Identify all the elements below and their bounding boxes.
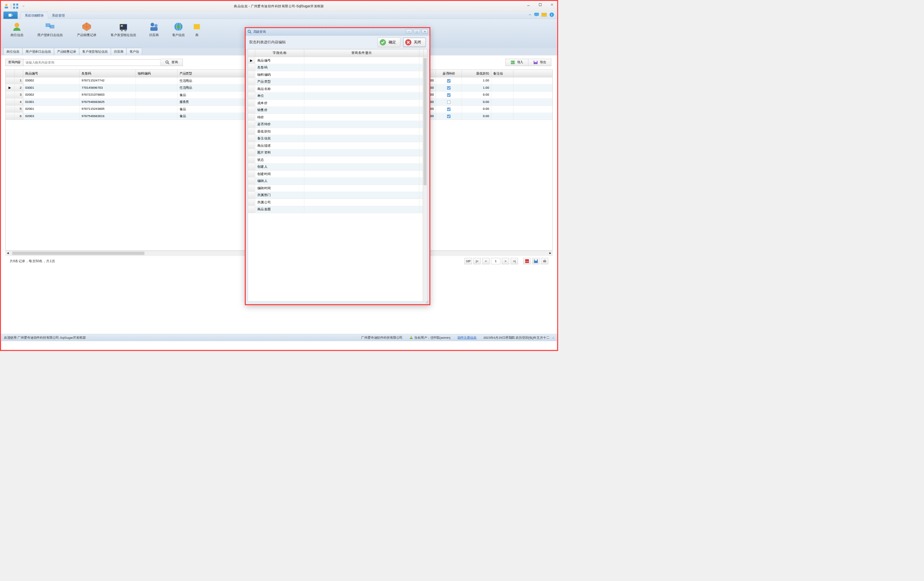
svg-point-11 xyxy=(536,14,537,14)
export-button[interactable]: 导出 xyxy=(528,59,551,66)
ribbon-tab-system-manage[interactable]: 系统管理 xyxy=(48,12,68,19)
doc-tab[interactable]: 岗位信息 xyxy=(3,48,22,55)
import-button[interactable]: XLS 导入 xyxy=(505,59,528,66)
ribbon-mail-icon[interactable] xyxy=(541,13,547,17)
svg-rect-23 xyxy=(121,25,123,27)
pager-print-button[interactable] xyxy=(541,258,548,265)
ribbon-item-login-log[interactable]: 用户登录日志信息 xyxy=(30,21,70,43)
checkbox[interactable] xyxy=(447,107,451,111)
qat-app-icon[interactable] xyxy=(3,2,10,9)
close-button[interactable] xyxy=(548,2,556,7)
ribbon-item-label: 产品销售记录 xyxy=(77,33,96,37)
search-input[interactable] xyxy=(24,59,160,66)
dialog-minimize-button[interactable]: — xyxy=(406,29,412,34)
dialog-col-cond[interactable]: 查询条件显示 xyxy=(304,49,419,57)
col-header[interactable]: 是否特价 xyxy=(436,70,462,77)
dialog-field-row[interactable]: 商品名称 xyxy=(248,85,427,93)
svg-text:i: i xyxy=(551,13,552,17)
file-menu-button[interactable] xyxy=(3,11,17,19)
dialog-field-row[interactable]: 成本价 xyxy=(248,100,427,107)
pager-save-button[interactable] xyxy=(532,258,539,265)
doc-tab[interactable]: 客户发货地址信息 xyxy=(79,48,111,55)
dialog-field-row[interactable]: 创建时间 xyxy=(248,171,427,178)
dialog-field-row[interactable]: 商品首图 xyxy=(248,206,427,214)
dialog-field-row[interactable]: 所属部门 xyxy=(248,192,427,199)
checkbox[interactable] xyxy=(447,115,451,118)
svg-rect-40 xyxy=(543,261,546,262)
svg-line-48 xyxy=(250,32,251,33)
ribbon-collapse-icon[interactable] xyxy=(528,13,531,17)
dialog-field-row[interactable]: 创建人 xyxy=(248,163,427,171)
dialog-field-row[interactable]: 编辑时间 xyxy=(248,185,427,192)
dialog-field-row[interactable]: 条形码 xyxy=(248,64,427,71)
dialog-titlebar[interactable]: 高级查询 — ▢ ✕ xyxy=(246,28,429,35)
scroll-thumb[interactable] xyxy=(424,58,427,185)
dialog-close-button[interactable]: 关闭 xyxy=(403,37,426,47)
checkbox[interactable] xyxy=(447,93,451,96)
scroll-right-icon[interactable]: ► xyxy=(549,251,552,254)
dialog-resize-grip[interactable] xyxy=(426,300,429,303)
qat-layout-icon[interactable] xyxy=(12,2,19,9)
dialog-ok-button[interactable]: 确定 xyxy=(377,37,400,47)
dialog-field-row[interactable]: 备注信息 xyxy=(248,135,427,142)
search-button[interactable]: 查询 xyxy=(160,59,183,66)
pager-first-button[interactable]: |< xyxy=(473,258,481,265)
doc-tab[interactable]: 用户登录日志信息 xyxy=(22,48,54,55)
dialog-field-row[interactable]: 是否特价 xyxy=(248,121,427,128)
dialog-col-field[interactable]: 字段名称 xyxy=(255,49,304,57)
checkbox[interactable] xyxy=(447,86,451,90)
scroll-left-icon[interactable]: ◄ xyxy=(6,251,9,254)
col-header[interactable]: 商品编号 xyxy=(23,70,79,77)
pager-page-input[interactable] xyxy=(491,258,500,265)
status-resize-grip[interactable] xyxy=(551,335,554,340)
checkbox[interactable] xyxy=(447,100,451,104)
col-header[interactable]: 最低折扣 xyxy=(462,70,491,77)
dialog-field-row[interactable]: 图片资料 xyxy=(248,149,427,156)
pager-next-button[interactable]: > xyxy=(502,258,509,265)
qat-dropdown-icon[interactable] xyxy=(20,2,27,9)
col-header[interactable]: 物料编码 xyxy=(136,70,178,77)
dialog-field-row[interactable]: 单位 xyxy=(248,92,427,100)
dialog-field-row[interactable]: 编辑人 xyxy=(248,178,427,185)
ribbon-item-ship-addr[interactable]: 客户发货地址信息 xyxy=(104,21,143,43)
ribbon-item-post-info[interactable]: 岗位信息 xyxy=(3,21,30,43)
dialog-close-label: 关闭 xyxy=(414,40,421,44)
dialog-maximize-button[interactable]: ▢ xyxy=(414,29,420,34)
pager-last-button[interactable]: >| xyxy=(511,258,518,265)
dialog-field-row[interactable]: 特价 xyxy=(248,114,427,121)
dialog-field-row[interactable]: 销售价 xyxy=(248,107,427,114)
dialog-field-row[interactable]: 物料编码 xyxy=(248,71,427,79)
doc-tab[interactable]: 供应商 xyxy=(111,48,126,55)
dialog-field-row[interactable]: 最低折扣 xyxy=(248,128,427,135)
pager-prev-button[interactable]: < xyxy=(482,258,490,265)
svg-point-51 xyxy=(428,303,428,303)
svg-point-47 xyxy=(248,30,250,32)
ribbon-chat-icon[interactable] xyxy=(534,13,539,18)
checkbox[interactable] xyxy=(447,79,451,82)
ribbon-tab-system-modules[interactable]: 系统功能模块 xyxy=(21,12,48,19)
scroll-thumb[interactable] xyxy=(12,252,144,255)
dialog-field-row[interactable]: 所属公司 xyxy=(248,199,427,206)
svg-line-31 xyxy=(168,63,169,64)
ribbon-item-sales-record[interactable]: 产品销售记录 xyxy=(70,21,104,43)
minimize-button[interactable] xyxy=(525,2,532,7)
ribbon-item-customer[interactable]: 客户信息 xyxy=(165,21,192,43)
doc-tab[interactable]: 产品销售记录 xyxy=(54,48,79,55)
ribbon-item-product-truncated[interactable]: 商 xyxy=(192,21,202,43)
col-header[interactable]: 备注信 xyxy=(491,70,513,77)
maximize-button[interactable] xyxy=(537,2,544,7)
dialog-close-x-button[interactable]: ✕ xyxy=(421,29,428,34)
ribbon-item-supplier[interactable]: 供应商 xyxy=(143,21,165,43)
ribbon-info-icon[interactable]: i xyxy=(549,12,554,18)
dialog-field-row[interactable]: 产品类型 xyxy=(248,78,427,85)
col-header[interactable]: 条形码 xyxy=(79,70,136,77)
pager-pdf-button[interactable]: PDF xyxy=(523,258,530,265)
dialog-field-row[interactable]: 商品描述 xyxy=(248,142,427,150)
status-register-link[interactable]: 软件注册信息 xyxy=(458,335,477,340)
dialog-field-row[interactable]: ▶商品编号 xyxy=(248,57,427,64)
svg-point-55 xyxy=(427,302,427,302)
pager-sci-button[interactable]: 10² xyxy=(464,258,472,265)
dialog-vertical-scrollbar[interactable] xyxy=(423,57,427,302)
doc-tab[interactable]: 客户信 xyxy=(126,48,142,55)
dialog-field-row[interactable]: 状态 xyxy=(248,156,427,164)
